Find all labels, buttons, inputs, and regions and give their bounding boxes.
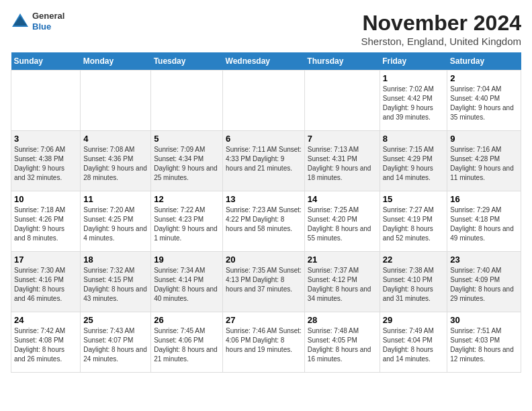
day-info: Sunrise: 7:13 AM Sunset: 4:31 PM Dayligh… (308, 145, 377, 183)
calendar-cell: 15Sunrise: 7:27 AM Sunset: 4:19 PM Dayli… (380, 191, 447, 252)
day-info: Sunrise: 7:02 AM Sunset: 4:42 PM Dayligh… (383, 85, 445, 122)
calendar-body: 1Sunrise: 7:02 AM Sunset: 4:42 PM Daylig… (11, 71, 521, 373)
day-info: Sunrise: 7:27 AM Sunset: 4:19 PM Dayligh… (383, 205, 445, 243)
calendar-cell: 14Sunrise: 7:25 AM Sunset: 4:20 PM Dayli… (304, 191, 380, 252)
calendar-subtitle: Sherston, England, United Kingdom (361, 36, 521, 47)
day-info: Sunrise: 7:45 AM Sunset: 4:06 PM Dayligh… (154, 326, 220, 364)
calendar-cell: 10Sunrise: 7:18 AM Sunset: 4:26 PM Dayli… (11, 191, 81, 252)
day-number: 29 (383, 315, 445, 325)
day-number: 1 (383, 73, 445, 83)
day-number: 15 (383, 194, 445, 204)
calendar-cell: 4Sunrise: 7:08 AM Sunset: 4:36 PM Daylig… (81, 131, 151, 191)
day-number: 11 (83, 194, 148, 204)
day-info: Sunrise: 7:46 AM Sunset: 4:06 PM Dayligh… (226, 326, 302, 355)
day-info: Sunrise: 7:23 AM Sunset: 4:22 PM Dayligh… (226, 205, 302, 234)
day-info: Sunrise: 7:25 AM Sunset: 4:20 PM Dayligh… (308, 205, 377, 243)
day-number: 25 (83, 315, 148, 325)
weekday-header-tuesday: Tuesday (151, 52, 223, 71)
calendar-cell: 8Sunrise: 7:15 AM Sunset: 4:29 PM Daylig… (380, 131, 447, 191)
calendar-cell: 27Sunrise: 7:46 AM Sunset: 4:06 PM Dayli… (223, 312, 305, 373)
day-number: 9 (450, 134, 518, 144)
calendar-cell: 7Sunrise: 7:13 AM Sunset: 4:31 PM Daylig… (304, 131, 380, 191)
day-info: Sunrise: 7:43 AM Sunset: 4:07 PM Dayligh… (83, 326, 148, 364)
calendar-table: SundayMondayTuesdayWednesdayThursdayFrid… (11, 52, 521, 373)
calendar-cell: 6Sunrise: 7:11 AM Sunset: 4:33 PM Daylig… (223, 131, 305, 191)
title-area: November 2024 Sherston, England, United … (361, 11, 521, 47)
day-number: 14 (308, 194, 377, 204)
weekday-header-row: SundayMondayTuesdayWednesdayThursdayFrid… (11, 52, 521, 71)
calendar-cell (11, 71, 81, 131)
day-info: Sunrise: 7:42 AM Sunset: 4:08 PM Dayligh… (14, 326, 77, 364)
calendar-week-3: 17Sunrise: 7:30 AM Sunset: 4:16 PM Dayli… (11, 252, 521, 312)
day-number: 8 (383, 134, 445, 144)
logo-text: General Blue (32, 11, 64, 32)
calendar-cell (223, 71, 305, 131)
calendar-week-1: 3Sunrise: 7:06 AM Sunset: 4:38 PM Daylig… (11, 131, 521, 191)
weekday-header-monday: Monday (81, 52, 151, 71)
calendar-week-4: 24Sunrise: 7:42 AM Sunset: 4:08 PM Dayli… (11, 312, 521, 373)
day-number: 21 (308, 255, 377, 265)
day-info: Sunrise: 7:30 AM Sunset: 4:16 PM Dayligh… (14, 266, 77, 304)
day-number: 27 (226, 315, 302, 325)
weekday-header-sunday: Sunday (11, 52, 81, 71)
calendar-cell: 29Sunrise: 7:49 AM Sunset: 4:04 PM Dayli… (380, 312, 447, 373)
calendar-week-2: 10Sunrise: 7:18 AM Sunset: 4:26 PM Dayli… (11, 191, 521, 252)
calendar-cell: 9Sunrise: 7:16 AM Sunset: 4:28 PM Daylig… (447, 131, 521, 191)
calendar-week-0: 1Sunrise: 7:02 AM Sunset: 4:42 PM Daylig… (11, 71, 521, 131)
day-info: Sunrise: 7:06 AM Sunset: 4:38 PM Dayligh… (14, 145, 77, 183)
day-number: 3 (14, 134, 77, 144)
calendar-cell: 18Sunrise: 7:32 AM Sunset: 4:15 PM Dayli… (81, 252, 151, 312)
weekday-header-thursday: Thursday (304, 52, 380, 71)
calendar-cell: 13Sunrise: 7:23 AM Sunset: 4:22 PM Dayli… (223, 191, 305, 252)
day-info: Sunrise: 7:32 AM Sunset: 4:15 PM Dayligh… (83, 266, 148, 304)
day-info: Sunrise: 7:04 AM Sunset: 4:40 PM Dayligh… (450, 85, 518, 122)
weekday-header-friday: Friday (380, 52, 447, 71)
day-number: 6 (226, 134, 302, 144)
day-info: Sunrise: 7:09 AM Sunset: 4:34 PM Dayligh… (154, 145, 220, 183)
calendar-cell: 25Sunrise: 7:43 AM Sunset: 4:07 PM Dayli… (81, 312, 151, 373)
day-info: Sunrise: 7:29 AM Sunset: 4:18 PM Dayligh… (450, 205, 518, 243)
calendar-cell: 16Sunrise: 7:29 AM Sunset: 4:18 PM Dayli… (447, 191, 521, 252)
calendar-cell: 12Sunrise: 7:22 AM Sunset: 4:23 PM Dayli… (151, 191, 223, 252)
logo: General Blue (11, 11, 64, 32)
day-info: Sunrise: 7:22 AM Sunset: 4:23 PM Dayligh… (154, 205, 220, 243)
day-number: 24 (14, 315, 77, 325)
day-number: 4 (83, 134, 148, 144)
page-header: General Blue November 2024 Sherston, Eng… (11, 11, 521, 47)
day-info: Sunrise: 7:35 AM Sunset: 4:13 PM Dayligh… (226, 266, 302, 294)
logo-icon (11, 12, 30, 31)
calendar-cell: 11Sunrise: 7:20 AM Sunset: 4:25 PM Dayli… (81, 191, 151, 252)
day-info: Sunrise: 7:18 AM Sunset: 4:26 PM Dayligh… (14, 205, 77, 243)
calendar-cell: 26Sunrise: 7:45 AM Sunset: 4:06 PM Dayli… (151, 312, 223, 373)
calendar-cell: 22Sunrise: 7:38 AM Sunset: 4:10 PM Dayli… (380, 252, 447, 312)
calendar-cell: 30Sunrise: 7:51 AM Sunset: 4:03 PM Dayli… (447, 312, 521, 373)
day-number: 17 (14, 255, 77, 265)
day-number: 18 (83, 255, 148, 265)
calendar-cell: 28Sunrise: 7:48 AM Sunset: 4:05 PM Dayli… (304, 312, 380, 373)
calendar-cell: 5Sunrise: 7:09 AM Sunset: 4:34 PM Daylig… (151, 131, 223, 191)
day-number: 12 (154, 194, 220, 204)
day-number: 28 (308, 315, 377, 325)
calendar-cell: 1Sunrise: 7:02 AM Sunset: 4:42 PM Daylig… (380, 71, 447, 131)
day-number: 2 (450, 73, 518, 83)
day-info: Sunrise: 7:16 AM Sunset: 4:28 PM Dayligh… (450, 145, 518, 183)
day-info: Sunrise: 7:48 AM Sunset: 4:05 PM Dayligh… (308, 326, 377, 364)
calendar-cell: 24Sunrise: 7:42 AM Sunset: 4:08 PM Dayli… (11, 312, 81, 373)
day-info: Sunrise: 7:38 AM Sunset: 4:10 PM Dayligh… (383, 266, 445, 304)
calendar-cell: 2Sunrise: 7:04 AM Sunset: 4:40 PM Daylig… (447, 71, 521, 131)
day-number: 22 (383, 255, 445, 265)
calendar-cell (81, 71, 151, 131)
day-info: Sunrise: 7:51 AM Sunset: 4:03 PM Dayligh… (450, 326, 518, 364)
day-info: Sunrise: 7:20 AM Sunset: 4:25 PM Dayligh… (83, 205, 148, 243)
day-number: 16 (450, 194, 518, 204)
day-number: 5 (154, 134, 220, 144)
day-info: Sunrise: 7:11 AM Sunset: 4:33 PM Dayligh… (226, 145, 302, 173)
day-number: 19 (154, 255, 220, 265)
day-info: Sunrise: 7:37 AM Sunset: 4:12 PM Dayligh… (308, 266, 377, 304)
day-number: 7 (308, 134, 377, 144)
calendar-cell (304, 71, 380, 131)
calendar-header: SundayMondayTuesdayWednesdayThursdayFrid… (11, 52, 521, 71)
day-info: Sunrise: 7:15 AM Sunset: 4:29 PM Dayligh… (383, 145, 445, 183)
calendar-cell: 21Sunrise: 7:37 AM Sunset: 4:12 PM Dayli… (304, 252, 380, 312)
day-info: Sunrise: 7:34 AM Sunset: 4:14 PM Dayligh… (154, 266, 220, 304)
